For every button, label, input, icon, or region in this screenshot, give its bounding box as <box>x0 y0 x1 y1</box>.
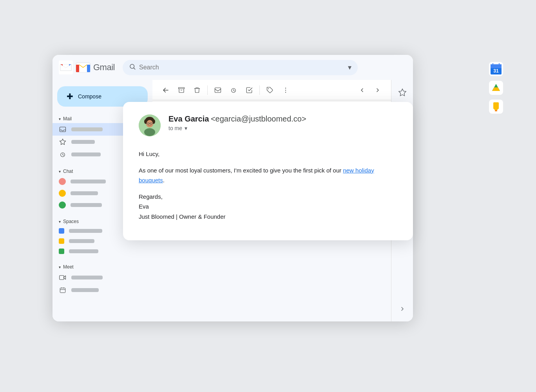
toolbar-divider-1 <box>207 85 208 95</box>
svg-text:31: 31 <box>493 68 499 74</box>
search-bar[interactable]: ▾ <box>123 60 358 75</box>
space-2-label <box>69 239 94 243</box>
calendar-small-icon <box>59 286 67 294</box>
email-toolbar <box>152 80 391 100</box>
svg-rect-6 <box>76 65 79 72</box>
sidebar-item-space-3[interactable] <box>53 246 146 256</box>
label-button[interactable] <box>263 83 277 97</box>
panel-star-icon[interactable] <box>395 85 410 100</box>
meet-chevron-icon: ▾ <box>59 265 61 269</box>
sender-row: Eva Garcia <egarcia@justbloomed.co> to m… <box>139 114 397 136</box>
chat-avatar-1 <box>59 178 66 185</box>
chat-avatar-2 <box>59 190 66 197</box>
add-task-button[interactable] <box>242 83 256 97</box>
clock-icon <box>59 151 67 158</box>
sender-email: <egarcia@justbloomed.co> <box>211 114 306 123</box>
side-apps-panel: 31 <box>485 55 507 321</box>
meet-2-label <box>71 288 99 292</box>
to-expand-icon[interactable]: ▾ <box>185 125 187 131</box>
gmail-m-icon <box>59 60 73 74</box>
archive-button[interactable] <box>174 83 188 97</box>
email-body-p1-before: As one of our most loyal customers, I'm … <box>139 167 343 174</box>
svg-point-17 <box>285 87 286 88</box>
svg-point-16 <box>268 88 269 89</box>
search-icon <box>129 63 136 72</box>
drive-app-icon[interactable] <box>488 80 504 96</box>
snooze-button[interactable] <box>226 83 241 97</box>
inbox-label-placeholder <box>71 127 103 131</box>
topbar: Gmail ▾ <box>53 55 413 80</box>
email-body-p1: As one of our most loyal customers, I'm … <box>139 165 397 185</box>
panel-nav-icon[interactable] <box>395 301 410 317</box>
toolbar-divider-2 <box>259 85 260 95</box>
email-body: Hi Lucy, As one of our most loyal custom… <box>139 149 397 221</box>
chat-avatar-3 <box>59 201 66 209</box>
spaces-chevron-icon: ▾ <box>59 220 61 224</box>
svg-point-18 <box>285 89 286 90</box>
sidebar-item-meet-1[interactable] <box>53 271 146 284</box>
email-card: Eva Garcia <egarcia@justbloomed.co> to m… <box>123 102 413 240</box>
svg-rect-11 <box>60 276 64 280</box>
more-options-button[interactable] <box>279 83 293 97</box>
star-icon <box>59 138 67 146</box>
gmail-logo: Gmail <box>59 60 115 74</box>
space-icon-3 <box>59 249 64 254</box>
svg-point-37 <box>144 128 155 136</box>
svg-rect-14 <box>215 88 221 93</box>
chat-3-label <box>71 203 102 207</box>
svg-rect-23 <box>491 64 502 68</box>
meet-1-label <box>71 276 103 279</box>
sender-avatar <box>139 114 161 136</box>
inbox-icon <box>59 125 67 133</box>
svg-rect-12 <box>60 288 65 293</box>
svg-rect-7 <box>87 65 90 72</box>
space-3-label <box>69 249 98 253</box>
compose-label: Compose <box>78 93 101 100</box>
chat-1-label <box>71 180 106 183</box>
back-button[interactable] <box>159 83 173 97</box>
email-greeting: Hi Lucy, <box>139 149 397 159</box>
gmail-logo-svg <box>75 62 91 73</box>
svg-rect-27 <box>495 110 497 111</box>
email-signoff: Regards, Eva Just Bloomed | Owner & Foun… <box>139 192 397 222</box>
chat-2-label <box>71 191 98 195</box>
prev-email-button[interactable] <box>355 83 369 97</box>
search-input[interactable] <box>139 64 345 71</box>
search-dropdown-icon[interactable]: ▾ <box>348 63 351 72</box>
starred-label-placeholder <box>71 140 95 144</box>
space-icon-1 <box>59 228 64 234</box>
space-1-label <box>69 229 102 233</box>
space-icon-2 <box>59 238 64 244</box>
keep-app-icon[interactable] <box>488 99 504 114</box>
sender-info: Eva Garcia <egarcia@justbloomed.co> to m… <box>168 114 397 131</box>
compose-plus-icon: ✚ <box>67 92 73 101</box>
to-me-row: to me ▾ <box>168 125 397 131</box>
email-body-p1-after: . <box>163 177 165 183</box>
sender-name-row: Eva Garcia <egarcia@justbloomed.co> <box>168 114 397 123</box>
mark-unread-button[interactable] <box>211 83 225 97</box>
delete-button[interactable] <box>190 83 204 97</box>
meet-section-label: ▾ Meet <box>53 261 152 271</box>
video-icon <box>59 274 67 281</box>
svg-point-19 <box>285 92 286 93</box>
mail-chevron-icon: ▾ <box>59 117 61 121</box>
snoozed-label-placeholder <box>71 152 101 156</box>
chat-chevron-icon: ▾ <box>59 169 61 174</box>
next-email-button[interactable] <box>371 83 385 97</box>
sidebar-item-meet-2[interactable] <box>53 284 146 296</box>
calendar-app-icon[interactable]: 31 <box>488 61 504 77</box>
sender-name: Eva Garcia <box>168 114 209 123</box>
to-label: to me <box>168 125 182 131</box>
svg-rect-13 <box>179 87 185 89</box>
app-title: Gmail <box>93 62 115 73</box>
